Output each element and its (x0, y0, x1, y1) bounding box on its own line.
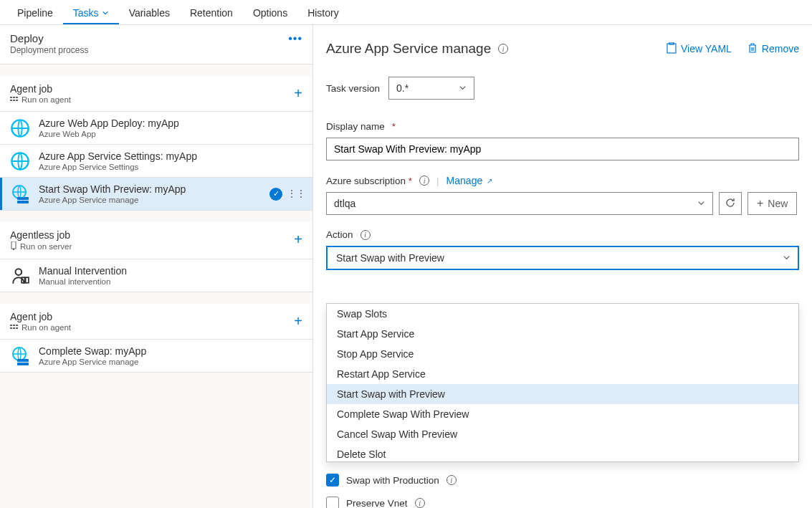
check-icon: ✓ (269, 188, 282, 201)
action-option[interactable]: Stop App Service (327, 344, 798, 364)
person-icon (10, 266, 30, 286)
spacer (0, 64, 312, 76)
new-button[interactable]: + New (747, 192, 797, 215)
task-version-select[interactable]: 0.* (388, 77, 474, 100)
deploy-subtitle: Deployment process (10, 45, 88, 55)
action-dropdown[interactable]: Swap Slots Start App Service Stop App Se… (326, 303, 799, 462)
action-option[interactable]: Complete Swap With Preview (327, 404, 798, 424)
job-sub: Run on server (10, 241, 72, 251)
swap-production-label: Swap with Production (346, 475, 439, 486)
chevron-down-icon (102, 7, 109, 19)
pane-header: Azure App Service manage i View YAML Rem… (326, 41, 799, 57)
job-sub: Run on agent (10, 323, 71, 332)
display-name-input[interactable] (326, 138, 799, 160)
top-nav: Pipeline Tasks Variables Retention Optio… (0, 0, 812, 25)
info-icon[interactable]: i (419, 176, 429, 186)
info-icon[interactable]: i (360, 230, 371, 240)
clipboard-icon (667, 42, 677, 56)
add-task-button[interactable]: + (294, 311, 302, 328)
pane-title: Azure App Service manage i (326, 41, 508, 57)
tab-pipeline[interactable]: Pipeline (7, 3, 63, 23)
task-list-panel: Deploy Deployment process ••• Agent job … (0, 25, 313, 508)
globe-stack-icon (10, 184, 30, 204)
manage-link[interactable]: Manage ↗ (446, 175, 493, 186)
task-row[interactable]: Azure App Service Settings: myApp Azure … (0, 145, 312, 178)
refresh-button[interactable] (719, 192, 742, 215)
preserve-vnet-checkbox[interactable] (326, 497, 339, 508)
task-title: Manual Intervention (39, 265, 305, 277)
action-option[interactable]: Start App Service (327, 324, 798, 344)
tab-tasks-label: Tasks (73, 7, 99, 19)
info-icon[interactable]: i (498, 44, 508, 54)
info-icon[interactable]: i (415, 498, 425, 508)
tab-options[interactable]: Options (243, 3, 297, 23)
svg-rect-16 (10, 325, 12, 326)
deploy-header[interactable]: Deploy Deployment process ••• (0, 25, 312, 64)
task-version-label: Task version (326, 83, 380, 94)
svg-rect-17 (10, 327, 12, 329)
add-task-button[interactable]: + (294, 83, 302, 100)
preserve-vnet-label: Preserve Vnet (346, 498, 408, 509)
add-task-button[interactable]: + (294, 229, 302, 246)
task-title: Azure Web App Deploy: myApp (39, 118, 305, 129)
server-icon (10, 241, 17, 251)
more-button[interactable]: ••• (288, 32, 302, 45)
tab-history[interactable]: History (297, 3, 349, 23)
job-title: Agent job (10, 83, 71, 95)
svg-rect-24 (17, 363, 29, 365)
chevron-down-icon (697, 198, 705, 209)
agent-icon (10, 323, 19, 332)
external-link-icon: ↗ (487, 177, 492, 185)
action-label: Action i (326, 229, 799, 240)
task-row[interactable]: Manual Intervention Manual intervention (0, 259, 312, 292)
job-row-agent[interactable]: Agent job Run on agent + (0, 76, 312, 112)
spacer (0, 211, 312, 222)
globe-icon (10, 118, 30, 138)
action-option[interactable]: Delete Slot (327, 444, 798, 462)
svg-rect-0 (10, 97, 12, 98)
task-sub: Azure App Service Settings (39, 163, 305, 171)
agent-icon (10, 95, 19, 104)
remove-button[interactable]: Remove (747, 42, 799, 56)
subscription-select[interactable]: dtlqa (326, 192, 713, 215)
trash-icon (747, 42, 758, 56)
task-sub: Azure App Service manage (39, 196, 261, 204)
tab-tasks[interactable]: Tasks (63, 3, 119, 24)
svg-rect-12 (13, 249, 14, 250)
grip-icon[interactable]: ⋮⋮ (287, 191, 305, 196)
swap-production-checkbox[interactable]: ✓ (326, 474, 339, 487)
deploy-title: Deploy (10, 32, 88, 44)
action-option-selected[interactable]: Start Swap with Preview (327, 384, 798, 404)
display-name-label: Display name * (326, 121, 799, 132)
action-option[interactable]: Swap Slots (327, 304, 798, 324)
view-yaml-button[interactable]: View YAML (667, 42, 732, 56)
svg-rect-23 (17, 359, 29, 362)
info-icon[interactable]: i (446, 475, 457, 485)
svg-rect-3 (13, 100, 15, 101)
chevron-down-icon (783, 252, 790, 264)
action-option[interactable]: Cancel Swap With Preview (327, 424, 798, 444)
job-row-agent2[interactable]: Agent job Run on agent + (0, 304, 312, 340)
task-row[interactable]: Azure Web App Deploy: myApp Azure Web Ap… (0, 112, 312, 145)
task-title: Complete Swap: myApp (39, 345, 305, 357)
job-title: Agent job (10, 311, 71, 322)
action-select[interactable]: Start Swap with Preview (326, 246, 799, 270)
spacer (0, 292, 312, 304)
svg-rect-20 (16, 325, 18, 326)
plus-icon: + (757, 197, 763, 210)
globe-icon (10, 151, 30, 171)
subscription-label: Azure subscription * i | Manage ↗ (326, 175, 799, 186)
svg-rect-21 (16, 327, 18, 329)
task-row-selected[interactable]: Start Swap With Preview: myApp Azure App… (0, 178, 312, 211)
job-row-agentless[interactable]: Agentless job Run on server + (0, 222, 312, 259)
tab-variables[interactable]: Variables (119, 3, 180, 23)
action-option[interactable]: Restart App Service (327, 364, 798, 384)
tab-retention[interactable]: Retention (180, 3, 243, 23)
job-sub: Run on agent (10, 95, 71, 104)
svg-rect-10 (17, 201, 29, 203)
task-title: Azure App Service Settings: myApp (39, 150, 305, 162)
task-row[interactable]: Complete Swap: myApp Azure App Service m… (0, 340, 312, 373)
svg-point-13 (16, 269, 22, 275)
svg-rect-2 (13, 97, 15, 98)
svg-rect-4 (16, 97, 18, 98)
